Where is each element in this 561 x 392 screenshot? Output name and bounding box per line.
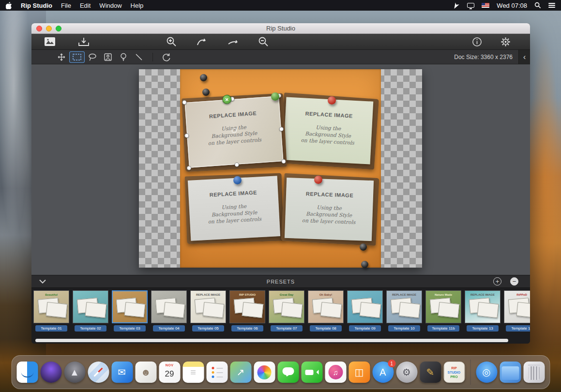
remove-preset-button[interactable]: − xyxy=(510,277,518,286)
photo-note-selected[interactable]: REPLACE IMAGE Using the Background Style… xyxy=(185,96,284,167)
import-icon[interactable] xyxy=(76,36,91,47)
template-item[interactable]: REPLACE IMAGETemplate 10 xyxy=(386,290,423,337)
template-thumbnail[interactable]: Nature Made xyxy=(425,290,461,323)
photo-note[interactable]: REPLACE IMAGE Using the Background Style… xyxy=(285,178,374,241)
template-thumbnail[interactable] xyxy=(73,290,108,323)
template-item[interactable]: Oh Baby!Template 08 xyxy=(307,290,344,337)
dock-launchpad-icon[interactable]: ▲ xyxy=(64,362,85,383)
selection-handle[interactable] xyxy=(279,126,284,131)
push-pin-green[interactable] xyxy=(271,92,279,101)
template-thumbnail[interactable]: REPLACE IMAGE xyxy=(386,290,422,323)
photo-frame-icon[interactable] xyxy=(42,36,58,47)
template-item[interactable]: REPLACE IMAGETemplate 13 xyxy=(464,290,501,337)
push-pin-red[interactable] xyxy=(328,96,336,105)
lasso-tool-icon[interactable] xyxy=(85,51,100,63)
redo-icon[interactable] xyxy=(225,36,241,47)
template-thumbnail[interactable] xyxy=(112,290,148,323)
collapse-panel-chevron-icon[interactable]: ‹ xyxy=(518,50,530,64)
scrollbar-track[interactable] xyxy=(31,337,530,344)
dock-photos-icon[interactable] xyxy=(254,362,275,383)
menu-help[interactable]: Help xyxy=(131,2,144,9)
template-item[interactable]: REPLACE IMAGETemplate 05 xyxy=(190,290,227,337)
spotlight-search-icon[interactable] xyxy=(534,2,541,9)
dock-app-store-icon[interactable]: A1 xyxy=(372,362,394,383)
template-item[interactable]: BeautifulTemplate 01 xyxy=(33,290,70,337)
menu-clock[interactable]: Wed 07:08 xyxy=(497,2,527,9)
dock-blue-app-icon[interactable]: ◎ xyxy=(476,362,497,383)
dock-trash-icon[interactable] xyxy=(523,362,545,383)
menu-window[interactable]: Window xyxy=(99,2,121,9)
document-board[interactable]: REPLACE IMAGE Using the Background Style… xyxy=(139,69,422,268)
lightbulb-tool-icon[interactable] xyxy=(116,51,131,63)
template-item[interactable]: Template 02 xyxy=(72,290,109,337)
location-arrow-icon[interactable] xyxy=(453,2,460,9)
canvas[interactable]: REPLACE IMAGE Using the Background Style… xyxy=(31,64,530,275)
template-item[interactable]: Template 03 xyxy=(111,290,148,337)
zoom-in-icon[interactable] xyxy=(164,35,179,48)
dock-system-preferences-icon[interactable]: ⚙ xyxy=(396,362,417,383)
dock-graphics-app-icon[interactable]: ✎ xyxy=(420,362,441,383)
dock-contacts-icon[interactable]: ☻ xyxy=(135,362,156,383)
horizontal-scrollbar[interactable] xyxy=(35,339,508,342)
dock-calendar-icon[interactable]: NOV29 xyxy=(159,362,180,383)
rotate-tool-icon[interactable] xyxy=(159,51,174,63)
info-icon[interactable] xyxy=(470,36,484,48)
rotation-center-handle[interactable] xyxy=(231,128,237,133)
marquee-tool-icon[interactable] xyxy=(69,51,85,63)
push-pin-black[interactable] xyxy=(361,261,368,268)
display-mirroring-icon[interactable] xyxy=(467,3,474,8)
template-thumbnail[interactable]: Beautiful xyxy=(33,290,69,323)
zoom-out-icon[interactable] xyxy=(256,35,271,48)
push-pin-blue[interactable] xyxy=(233,176,242,184)
template-item[interactable]: RIP STUDIOTemplate 06 xyxy=(229,290,266,337)
template-item[interactable]: Great DayTemplate 07 xyxy=(268,290,305,337)
apple-menu-icon[interactable] xyxy=(6,2,12,9)
push-pin-black[interactable] xyxy=(202,89,210,96)
dock-mail-icon[interactable]: ✉ xyxy=(111,362,133,383)
move-tool-icon[interactable] xyxy=(54,51,69,63)
undo-icon[interactable] xyxy=(194,36,210,47)
template-thumbnail[interactable]: Oh Baby! xyxy=(308,290,344,323)
menu-file[interactable]: File xyxy=(61,2,71,9)
push-pin-red[interactable] xyxy=(314,176,322,184)
push-pin-black[interactable] xyxy=(360,243,367,251)
dock-facetime-icon[interactable] xyxy=(301,362,322,383)
dock-messages-icon[interactable] xyxy=(277,362,299,383)
app-menu-title[interactable]: Rip Studio xyxy=(21,2,52,9)
template-item[interactable]: Template 04 xyxy=(151,290,187,337)
template-thumbnail[interactable] xyxy=(151,290,187,323)
dock-rip-studio-pro-icon[interactable]: RIPSTUDIOPRO xyxy=(443,362,465,383)
template-thumbnail[interactable]: RIP STUDIO xyxy=(229,290,265,323)
template-thumbnail[interactable]: RiPPeD xyxy=(504,290,530,323)
delete-layer-button[interactable]: × xyxy=(222,94,232,104)
dock-reminders-icon[interactable] xyxy=(206,362,227,383)
add-preset-button[interactable]: + xyxy=(493,277,501,286)
dock-itunes-icon[interactable]: ♫ xyxy=(325,362,346,383)
template-thumbnail[interactable]: REPLACE IMAGE xyxy=(465,290,500,323)
dock-downloads-icon[interactable] xyxy=(500,362,521,383)
portrait-tool-icon[interactable] xyxy=(100,51,116,63)
selection-handle[interactable] xyxy=(234,162,239,167)
template-item[interactable]: Nature MadeTemplate 11b xyxy=(425,290,462,337)
dock-notes-icon[interactable]: ≡ xyxy=(182,362,204,383)
template-item[interactable]: Template 09 xyxy=(347,290,383,337)
dock-safari-icon[interactable] xyxy=(88,362,109,383)
menu-edit[interactable]: Edit xyxy=(80,2,91,9)
settings-gear-icon[interactable] xyxy=(499,36,513,48)
selection-handle[interactable] xyxy=(182,100,187,105)
dock-finder-icon[interactable] xyxy=(16,362,38,383)
title-bar[interactable]: Rip Studio xyxy=(31,23,530,34)
template-thumbnail[interactable] xyxy=(347,290,383,323)
dock-siri-icon[interactable] xyxy=(40,362,61,383)
collapse-presets-chevron-icon[interactable] xyxy=(39,279,46,284)
template-thumbnail[interactable]: REPLACE IMAGE xyxy=(190,290,226,323)
dock-maps-icon[interactable]: ↗ xyxy=(230,362,251,383)
us-flag-icon[interactable] xyxy=(482,3,489,8)
selection-handle[interactable] xyxy=(184,133,189,138)
line-tool-icon[interactable] xyxy=(131,51,147,63)
template-item[interactable]: RiPPeDTemplate 14 xyxy=(503,290,530,337)
dock-books-icon[interactable]: ◫ xyxy=(349,362,370,383)
photo-note[interactable]: REPLACE IMAGE Using the Background Style… xyxy=(188,176,280,241)
notification-center-icon[interactable] xyxy=(548,3,555,8)
push-pin-black[interactable] xyxy=(200,74,207,81)
